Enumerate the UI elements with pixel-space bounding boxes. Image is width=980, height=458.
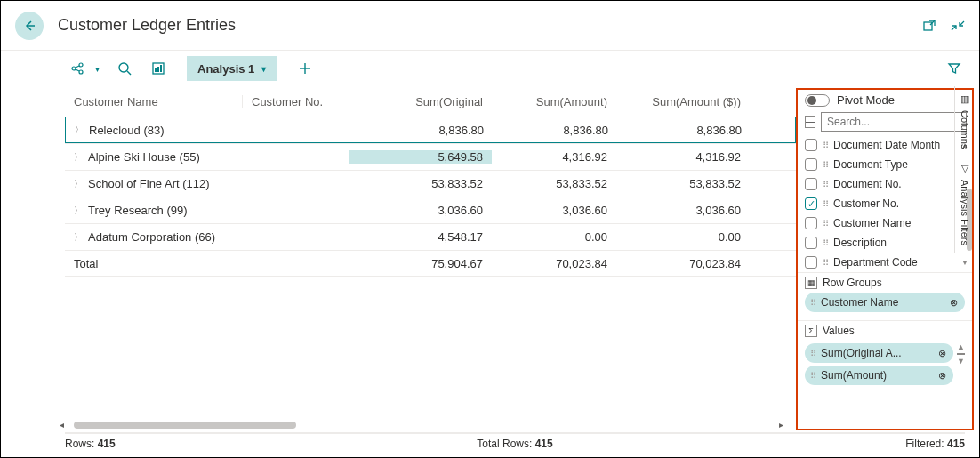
column-option[interactable]: ⠿Document Type xyxy=(805,155,968,174)
table-row[interactable]: 〉Adatum Corporation (66)4,548.170.000.00 xyxy=(65,223,796,250)
expand-icon[interactable]: 〉 xyxy=(74,151,83,164)
row-amt2: 53,833.52 xyxy=(616,177,750,190)
column-label: Document No. xyxy=(833,178,902,190)
row-groups-title: Row Groups xyxy=(823,277,882,289)
drag-handle-icon[interactable]: ⠿ xyxy=(823,219,828,229)
drag-handle-icon[interactable]: ⠿ xyxy=(823,238,828,248)
column-option[interactable]: ⠿Department Code▼ xyxy=(805,253,968,272)
table-row[interactable]: 〉Alpine Ski House (55)5,649.584,316.924,… xyxy=(65,143,796,170)
column-label: Document Type xyxy=(833,158,908,171)
drag-handle-icon[interactable]: ⠿ xyxy=(823,180,828,189)
checkbox[interactable] xyxy=(805,158,817,171)
row-amt: 53,833.52 xyxy=(492,177,616,190)
drag-handle-icon[interactable]: ⠿ xyxy=(810,298,815,308)
expand-icon[interactable]: 〉 xyxy=(74,205,83,217)
col-header-name[interactable]: Customer Name xyxy=(65,95,243,108)
table-row[interactable]: 〉Trey Research (99)3,036.603,036.603,036… xyxy=(65,197,796,223)
svg-rect-1 xyxy=(924,22,932,30)
drag-handle-icon[interactable]: ⠿ xyxy=(823,199,828,209)
collapse-all-icon[interactable]: ― xyxy=(805,116,815,128)
vertical-tabs: ▥ Columns ▽ Analysis Filters xyxy=(954,86,974,432)
expand-icon[interactable]: 〉 xyxy=(74,231,83,244)
analyze-icon[interactable] xyxy=(146,56,171,81)
funnel-icon: ▽ xyxy=(961,163,968,174)
row-orig: 8,836.80 xyxy=(350,124,493,137)
row-groups-icon: ▦ xyxy=(805,277,817,289)
collapse-icon[interactable] xyxy=(951,19,965,33)
pill-label: Customer Name xyxy=(821,296,898,309)
status-bar: Rows: 415 Total Rows: 415 Filtered: 415 xyxy=(65,432,965,454)
drag-handle-icon[interactable]: ⠿ xyxy=(823,258,828,268)
share-icon[interactable] xyxy=(65,56,90,81)
horizontal-scrollbar[interactable]: ◂ ▸ xyxy=(65,420,778,432)
value-pill[interactable]: ⠿Sum(Original A...⊗ xyxy=(805,343,953,363)
column-option[interactable]: ⠿Document Date Month▲ xyxy=(805,135,968,155)
total-rows-value: 415 xyxy=(535,438,553,450)
data-grid: Customer Name Customer No. Sum(Original … xyxy=(1,86,796,432)
drag-handle-icon[interactable]: ⠿ xyxy=(810,371,815,381)
svg-line-6 xyxy=(76,69,79,71)
sigma-icon: Σ xyxy=(805,325,817,337)
vtab-filters[interactable]: ▽ Analysis Filters xyxy=(954,156,974,253)
column-label: Document Date Month xyxy=(833,139,940,151)
svg-rect-10 xyxy=(155,68,157,72)
pop-out-icon[interactable] xyxy=(922,19,936,33)
row-amt2: 4,316.92 xyxy=(616,150,750,164)
checkbox[interactable] xyxy=(805,139,817,151)
column-label: Customer No. xyxy=(833,197,899,210)
total-label: Total xyxy=(65,257,243,270)
values-title: Values xyxy=(823,325,855,337)
expand-icon[interactable]: 〉 xyxy=(75,124,84,136)
col-header-amt[interactable]: Sum(Amount) xyxy=(492,95,616,108)
page-header: Customer Ledger Entries xyxy=(1,1,979,51)
remove-icon[interactable]: ⊗ xyxy=(938,370,946,382)
chevron-down-icon[interactable]: ▾ xyxy=(95,64,100,74)
drag-handle-icon[interactable]: ⠿ xyxy=(810,349,815,358)
expand-icon[interactable]: 〉 xyxy=(74,178,83,190)
table-row[interactable]: 〉School of Fine Art (112)53,833.5253,833… xyxy=(65,170,796,197)
col-header-no[interactable]: Customer No. xyxy=(243,95,349,108)
col-header-orig[interactable]: Sum(Original xyxy=(349,95,492,108)
pivot-mode-label: Pivot Mode xyxy=(837,93,895,107)
total-orig: 75,904.67 xyxy=(349,257,492,270)
total-rows-label: Total Rows: xyxy=(477,438,532,450)
row-group-pill[interactable]: ⠿Customer Name⊗ xyxy=(805,293,965,312)
pivot-mode-toggle[interactable] xyxy=(805,94,830,107)
column-panel: Pivot Mode ― ⠿Document Date Month▲⠿Docum… xyxy=(796,88,974,430)
row-groups-section: ▦ Row Groups ⠿Customer Name⊗ xyxy=(798,272,972,320)
svg-rect-11 xyxy=(157,67,159,72)
value-pill[interactable]: ⠿Sum(Amount)⊗ xyxy=(805,366,953,385)
toolbar: ▾ Analysis 1 ▾ xyxy=(1,51,979,86)
table-row[interactable]: 〉Relecloud (83)8,836.808,836.808,836.80 xyxy=(65,117,796,143)
col-header-amt2[interactable]: Sum(Amount ($)) xyxy=(616,95,750,108)
checkbox[interactable] xyxy=(805,217,817,229)
add-tab-button[interactable] xyxy=(293,56,317,81)
checkbox[interactable] xyxy=(805,178,817,190)
svg-line-8 xyxy=(127,71,131,75)
grid-header: Customer Name Customer No. Sum(Original … xyxy=(65,86,796,117)
drag-handle-icon[interactable]: ⠿ xyxy=(823,141,828,150)
column-option[interactable]: ⠿Document No. xyxy=(805,174,968,194)
values-section: Σ Values ⠿Sum(Original A...⊗⠿Sum(Amount)… xyxy=(798,320,972,393)
svg-point-3 xyxy=(79,63,83,67)
checkbox[interactable] xyxy=(805,237,817,249)
remove-icon[interactable]: ⊗ xyxy=(938,348,946,359)
column-option[interactable]: ⠿Customer Name xyxy=(805,213,968,233)
search-icon[interactable] xyxy=(112,56,137,81)
column-label: Department Code xyxy=(833,256,918,269)
checkbox[interactable]: ✓ xyxy=(805,197,817,210)
analysis-tab[interactable]: Analysis 1 ▾ xyxy=(187,56,277,81)
column-option[interactable]: ⠿Description xyxy=(805,233,968,253)
grid-total-row: Total 75,904.67 70,023.84 70,023.84 xyxy=(65,250,796,277)
chevron-down-icon[interactable]: ▾ xyxy=(261,64,266,74)
drag-handle-icon[interactable]: ⠿ xyxy=(823,160,828,170)
checkbox[interactable] xyxy=(805,256,817,269)
row-orig: 4,548.17 xyxy=(349,230,492,244)
total-amt2: 70,023.84 xyxy=(616,257,750,270)
filter-icon[interactable] xyxy=(936,56,961,81)
column-search-input[interactable] xyxy=(821,112,967,132)
row-amt2: 0.00 xyxy=(616,230,750,244)
column-option[interactable]: ✓⠿Customer No. xyxy=(805,194,968,213)
vtab-columns[interactable]: ▥ Columns xyxy=(954,86,974,156)
back-button[interactable] xyxy=(15,12,44,40)
